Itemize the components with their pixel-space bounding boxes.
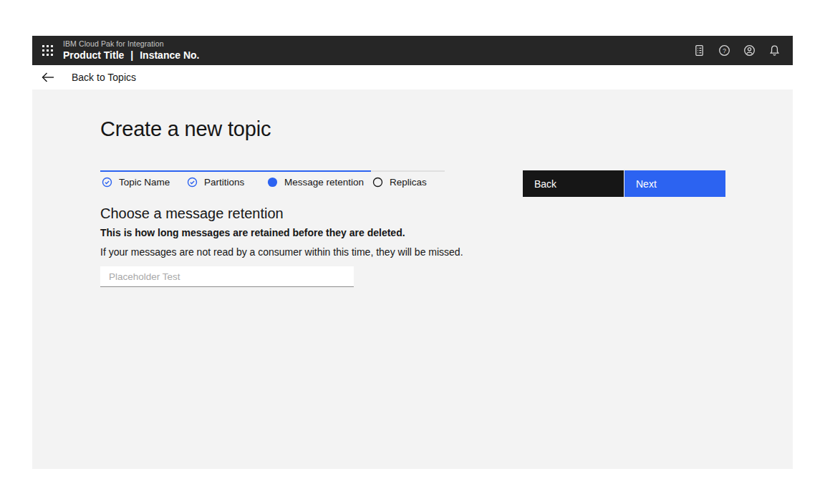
catalog-icon <box>693 44 705 57</box>
back-to-topics-label: Back to Topics <box>63 72 136 83</box>
step-complete-icon <box>102 177 112 188</box>
platform-name: IBM Cloud Pak for Integration <box>63 39 199 48</box>
app-switcher-button[interactable] <box>32 36 63 65</box>
user-avatar-icon <box>743 44 756 57</box>
title-divider: | <box>130 49 133 61</box>
section-heading: Choose a message retention <box>100 205 284 222</box>
create-topic-panel: Create a new topic Topic Name <box>32 89 793 469</box>
back-arrow-icon <box>42 72 54 82</box>
brand-block: IBM Cloud Pak for Integration Product Ti… <box>63 39 199 61</box>
breadcrumb-bar: Back to Topics <box>32 65 793 89</box>
notification-bell-icon <box>768 44 781 57</box>
catalog-button[interactable] <box>687 36 712 65</box>
back-button[interactable]: Back <box>523 170 624 197</box>
step-label: Replicas <box>390 177 427 188</box>
step-label: Topic Name <box>119 177 170 188</box>
user-profile-button[interactable] <box>737 36 762 65</box>
back-to-topics-link[interactable]: Back to Topics <box>32 72 136 83</box>
step-label: Partitions <box>204 177 244 188</box>
step-incomplete-icon <box>372 177 383 188</box>
switcher-icon <box>42 45 53 56</box>
next-button[interactable]: Next <box>624 170 725 197</box>
product-title: Product Title <box>63 49 124 61</box>
wizard-button-set: Back Next <box>523 170 725 197</box>
header-actions: ? <box>687 36 793 65</box>
step-partitions[interactable]: Partitions <box>185 170 266 188</box>
page-title: Create a new topic <box>100 117 271 141</box>
svg-text:?: ? <box>723 47 726 54</box>
instance-label: Instance No. <box>140 49 199 61</box>
section-description: If your messages are not read by a consu… <box>100 246 463 258</box>
step-complete-icon <box>187 177 198 188</box>
step-current-icon <box>267 177 278 188</box>
section-description-bold: This is how long messages are retained b… <box>100 227 405 238</box>
step-replicas[interactable]: Replicas <box>371 170 445 188</box>
step-topic-name[interactable]: Topic Name <box>100 170 185 188</box>
help-button[interactable]: ? <box>712 36 737 65</box>
progress-indicator: Topic Name Partitions <box>100 170 445 188</box>
help-icon: ? <box>718 44 730 57</box>
app-header: IBM Cloud Pak for Integration Product Ti… <box>32 36 793 65</box>
step-label: Message retention <box>284 177 364 188</box>
notifications-button[interactable] <box>762 36 787 65</box>
step-message-retention[interactable]: Message retention <box>266 170 371 188</box>
message-retention-input[interactable] <box>100 266 354 287</box>
